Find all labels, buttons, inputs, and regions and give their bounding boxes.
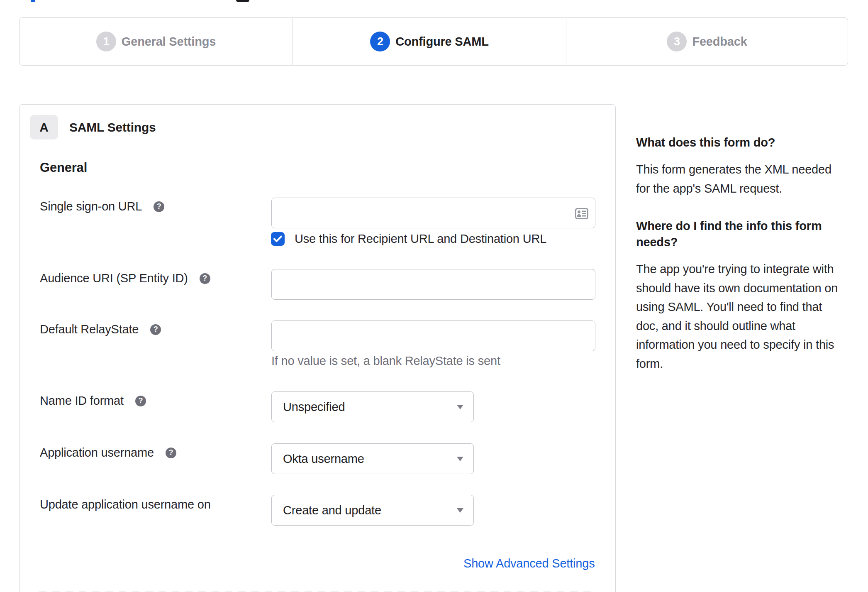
dropdown-arrow-icon	[457, 508, 463, 513]
section-title: SAML Settings	[69, 115, 156, 139]
audience-uri-label: Audience URI (SP Entity ID)	[40, 272, 188, 285]
update-username-value: Create and update	[283, 504, 457, 517]
clipped-title-text-fragment	[236, 0, 249, 2]
step-3-label: Feedback	[692, 35, 747, 49]
relay-state-help-icon[interactable]: ?	[150, 324, 161, 335]
sso-url-label: Single sign-on URL	[40, 200, 142, 213]
group-title-general: General	[40, 160, 87, 175]
step-2-label: Configure SAML	[395, 35, 488, 49]
saml-settings-card: A SAML Settings General Single sign-on U…	[19, 104, 616, 592]
step-2-number-badge: 2	[370, 32, 390, 51]
sidebar-paragraph-what: This form generates the XML needed for t…	[636, 160, 848, 198]
update-username-label: Update application username on	[40, 498, 211, 511]
name-id-format-help-icon[interactable]: ?	[135, 396, 146, 406]
checkmark-icon	[273, 235, 282, 242]
step-3-number-badge: 3	[667, 32, 687, 51]
step-feedback[interactable]: 3 Feedback	[566, 18, 848, 65]
name-id-format-label: Name ID format	[40, 394, 124, 408]
sidebar-heading-where: Where do I find the info this form needs…	[636, 218, 848, 250]
update-username-select[interactable]: Create and update	[271, 495, 474, 526]
dropdown-arrow-icon	[457, 405, 463, 409]
recipient-url-checkbox-label[interactable]: Use this for Recipient URL and Destinati…	[295, 232, 546, 246]
name-id-format-select[interactable]: Unspecified	[271, 391, 474, 422]
step-general-settings[interactable]: 1 General Settings	[20, 18, 293, 65]
sso-url-label-row: Single sign-on URL ?	[40, 200, 164, 213]
audience-uri-label-row: Audience URI (SP Entity ID) ?	[40, 272, 210, 285]
step-configure-saml[interactable]: 2 Configure SAML	[293, 18, 566, 65]
help-sidebar: What does this form do? This form genera…	[636, 135, 848, 373]
audience-uri-help-icon[interactable]: ?	[200, 273, 210, 284]
name-id-format-value: Unspecified	[283, 400, 457, 414]
sso-url-help-icon[interactable]: ?	[154, 201, 164, 212]
relay-state-label: Default RelayState	[40, 323, 139, 336]
step-1-number-badge: 1	[96, 32, 116, 51]
sidebar-paragraph-where: The app you're trying to integrate with …	[636, 260, 848, 373]
show-advanced-settings-link[interactable]: Show Advanced Settings	[463, 557, 593, 570]
step-1-label: General Settings	[122, 35, 216, 49]
sso-url-input[interactable]	[271, 198, 595, 228]
relay-state-input[interactable]	[271, 320, 595, 351]
name-id-format-label-row: Name ID format ?	[40, 394, 146, 408]
dropdown-arrow-icon	[457, 457, 463, 461]
app-username-label-row: Application username ?	[40, 446, 176, 460]
update-username-label-row: Update application username on	[40, 498, 211, 511]
app-username-select[interactable]: Okta username	[271, 443, 474, 474]
section-a-badge: A	[30, 115, 58, 139]
wizard-stepper: 1 General Settings 2 Configure SAML 3 Fe…	[19, 17, 848, 66]
app-username-help-icon[interactable]: ?	[166, 448, 176, 458]
relay-state-label-row: Default RelayState ?	[40, 323, 161, 336]
app-username-label: Application username	[40, 446, 154, 460]
app-username-value: Okta username	[283, 452, 457, 466]
contact-card-icon	[575, 208, 588, 219]
relay-state-help-text: If no value is set, a blank RelayState i…	[271, 354, 500, 368]
recipient-url-checkbox[interactable]	[271, 232, 285, 246]
sidebar-heading-what: What does this form do?	[636, 135, 848, 151]
audience-uri-input[interactable]	[271, 269, 595, 300]
clipped-title-blue-fragment	[31, 0, 35, 2]
